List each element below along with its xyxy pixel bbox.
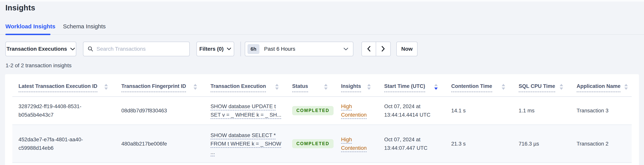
column-header-status[interactable]: Status — [286, 74, 335, 96]
insight-type-dropdown-label: Transaction Executions — [6, 46, 67, 52]
sort-icon — [498, 84, 505, 92]
column-header-transaction-execution[interactable]: Transaction Execution — [204, 74, 286, 96]
now-button-label: Now — [401, 46, 412, 52]
column-header-insights[interactable]: Insights — [335, 74, 378, 96]
application-name-cell: Transaction 2 — [570, 125, 632, 162]
active-tab-indicator — [6, 34, 50, 35]
search-box — [83, 42, 190, 56]
start-time-cell: Oct 07, 2024 at 13:44:14.4414 UTC — [378, 97, 445, 124]
insights-cell: High Contention — [335, 97, 378, 124]
column-header-latest-transaction-execution-id[interactable]: Latest Transaction Execution ID — [12, 74, 115, 96]
sql-cpu-time-cell: 1.1 ms — [512, 97, 570, 124]
chevron-left-icon — [367, 46, 371, 52]
contention-time-cell: 14.1 s — [445, 97, 512, 124]
now-button[interactable]: Now — [396, 42, 418, 56]
search-icon — [88, 46, 94, 52]
high-contention-link[interactable]: High Contention — [341, 102, 372, 119]
table-row: 328729d2-ff19-4408-8531-b05a5b4e43c7 08d… — [12, 97, 632, 125]
time-range-badge: 6h — [248, 44, 260, 54]
status-cell: COMPLETED — [286, 125, 335, 162]
top-strip — [0, 0, 644, 2]
sort-icon — [556, 84, 563, 92]
chevron-down-icon — [70, 47, 75, 51]
column-header-sql-cpu-time[interactable]: SQL CPU Time — [512, 74, 570, 96]
status-badge: COMPLETED — [292, 106, 334, 115]
insights-cell: High Contention — [335, 125, 378, 162]
toolbar: Transaction Executions Filters (0) 6h Pa… — [0, 42, 644, 56]
tab-bar-divider — [0, 34, 644, 35]
status-badge: COMPLETED — [292, 139, 334, 148]
chevron-down-icon — [344, 47, 348, 51]
time-range-dropdown[interactable]: 6h Past 6 Hours — [245, 42, 354, 56]
time-range-pager — [362, 42, 391, 56]
execution-id-cell: 452da3e7-e7fa-4801-aa40-c59988d14eb6 — [12, 125, 115, 162]
sql-cpu-time-cell: 716.3 µs — [512, 125, 570, 162]
chevron-down-icon — [227, 47, 231, 51]
filters-dropdown[interactable]: Filters (0) — [196, 42, 234, 56]
chevron-right-icon — [381, 46, 385, 52]
tab-bar: Workload Insights Schema Insights — [0, 21, 644, 35]
execution-id-cell: 328729d2-ff19-4408-8531-b05a5b4e43c7 — [12, 97, 115, 124]
time-range-label: Past 6 Hours — [264, 46, 295, 52]
previous-time-range-button[interactable] — [362, 42, 376, 56]
transaction-execution-link[interactable]: SHOW database UPDATE t SET v = _ WHERE k… — [204, 97, 286, 124]
status-cell: COMPLETED — [286, 97, 335, 124]
filters-dropdown-label: Filters (0) — [199, 46, 224, 52]
search-input[interactable] — [96, 46, 185, 52]
high-contention-link[interactable]: High Contention — [341, 135, 372, 152]
column-header-application-name[interactable]: Application Name — [570, 74, 635, 96]
column-header-start-time[interactable]: Start Time (UTC) — [378, 74, 445, 96]
sort-icon — [271, 84, 279, 92]
application-name-cell: Transaction 3 — [570, 97, 632, 124]
sort-icon — [100, 84, 108, 92]
results-summary: 1-2 of 2 transaction insights — [6, 62, 72, 69]
tab-schema-insights[interactable]: Schema Insights — [63, 23, 106, 30]
page-title: Insights — [6, 4, 35, 12]
sort-icon — [364, 84, 371, 92]
toolbar-divider — [240, 42, 241, 56]
transaction-execution-link[interactable]: SHOW database SELECT * FROM t WHERE k = … — [204, 125, 286, 162]
next-time-range-button[interactable] — [376, 42, 390, 56]
column-header-contention-time[interactable]: Contention Time — [445, 74, 512, 96]
sort-icon — [320, 84, 328, 92]
table-header-row: Latest Transaction Execution ID Transact… — [12, 74, 632, 97]
fingerprint-id-cell: 08d8b7d97f830463 — [115, 97, 204, 124]
insights-table-panel: Latest Transaction Execution ID Transact… — [5, 74, 639, 165]
sort-icon — [190, 84, 197, 92]
tab-workload-insights[interactable]: Workload Insights — [6, 23, 55, 30]
fingerprint-id-cell: 480a8b217be006fe — [115, 125, 204, 162]
sort-icon — [620, 84, 628, 92]
contention-time-cell: 21.3 s — [445, 125, 512, 162]
start-time-cell: Oct 07, 2024 at 13:44:07.447 UTC — [378, 125, 445, 162]
column-header-transaction-fingerprint-id[interactable]: Transaction Fingerprint ID — [115, 74, 204, 96]
table-row: 452da3e7-e7fa-4801-aa40-c59988d14eb6 480… — [12, 125, 632, 163]
sort-icon-active-desc — [430, 84, 438, 92]
insight-type-dropdown[interactable]: Transaction Executions — [6, 42, 76, 56]
